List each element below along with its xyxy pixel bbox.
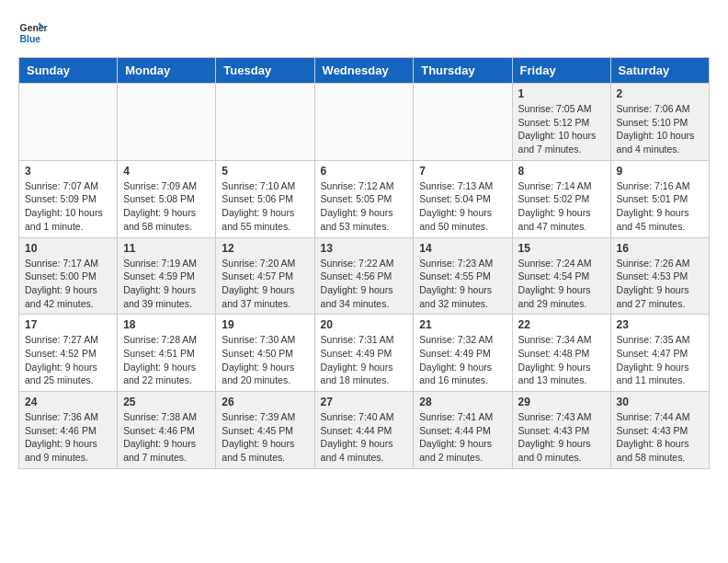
day-info: Sunrise: 7:19 AM Sunset: 4:59 PM Dayligh… [123,257,210,311]
calendar-cell: 5Sunrise: 7:10 AM Sunset: 5:06 PM Daylig… [216,160,314,237]
calendar-cell: 8Sunrise: 7:14 AM Sunset: 5:02 PM Daylig… [512,160,610,237]
day-info: Sunrise: 7:20 AM Sunset: 4:57 PM Dayligh… [222,257,308,311]
calendar-cell: 18Sunrise: 7:28 AM Sunset: 4:51 PM Dayli… [118,315,216,392]
calendar-week-row: 1Sunrise: 7:05 AM Sunset: 5:12 PM Daylig… [19,84,710,161]
calendar-cell: 16Sunrise: 7:26 AM Sunset: 4:53 PM Dayli… [610,237,709,315]
day-number: 23 [617,318,703,331]
calendar-cell: 4Sunrise: 7:09 AM Sunset: 5:08 PM Daylig… [118,160,216,237]
calendar-table: SundayMondayTuesdayWednesdayThursdayFrid… [18,57,710,469]
calendar-cell: 26Sunrise: 7:39 AM Sunset: 4:45 PM Dayli… [216,392,314,469]
day-number: 21 [419,318,506,331]
day-number: 18 [123,318,210,331]
day-number: 22 [518,318,605,331]
day-info: Sunrise: 7:06 AM Sunset: 5:10 PM Dayligh… [617,102,703,156]
day-number: 3 [25,165,111,178]
day-number: 19 [222,318,308,331]
weekday-header-saturday: Saturday [610,58,709,84]
day-number: 15 [518,242,605,255]
calendar-cell: 3Sunrise: 7:07 AM Sunset: 5:09 PM Daylig… [19,160,118,237]
day-number: 5 [222,165,308,178]
day-number: 4 [123,165,210,178]
day-info: Sunrise: 7:44 AM Sunset: 4:43 PM Dayligh… [617,410,703,465]
day-number: 1 [518,87,605,100]
calendar-cell: 23Sunrise: 7:35 AM Sunset: 4:47 PM Dayli… [610,315,709,392]
day-info: Sunrise: 7:16 AM Sunset: 5:01 PM Dayligh… [617,179,703,234]
day-number: 16 [617,242,703,255]
day-info: Sunrise: 7:26 AM Sunset: 4:53 PM Dayligh… [617,257,703,311]
weekday-header-monday: Monday [118,58,216,84]
day-number: 13 [321,242,408,255]
calendar-cell: 11Sunrise: 7:19 AM Sunset: 4:59 PM Dayli… [118,237,216,315]
calendar-cell: 28Sunrise: 7:41 AM Sunset: 4:44 PM Dayli… [414,392,512,469]
calendar-cell: 27Sunrise: 7:40 AM Sunset: 4:44 PM Dayli… [314,392,414,469]
weekday-header-row: SundayMondayTuesdayWednesdayThursdayFrid… [19,58,710,84]
day-info: Sunrise: 7:24 AM Sunset: 4:54 PM Dayligh… [518,257,605,311]
day-number: 12 [222,242,308,255]
svg-text:General: General [20,23,48,33]
day-info: Sunrise: 7:22 AM Sunset: 4:56 PM Dayligh… [321,257,408,311]
day-info: Sunrise: 7:32 AM Sunset: 4:49 PM Dayligh… [419,333,506,387]
day-info: Sunrise: 7:31 AM Sunset: 4:49 PM Dayligh… [321,333,408,387]
day-info: Sunrise: 7:40 AM Sunset: 4:44 PM Dayligh… [321,410,408,465]
calendar-week-row: 24Sunrise: 7:36 AM Sunset: 4:46 PM Dayli… [19,392,710,469]
day-number: 14 [419,242,506,255]
day-number: 20 [321,318,408,331]
calendar-cell [414,84,512,161]
day-info: Sunrise: 7:13 AM Sunset: 5:04 PM Dayligh… [419,179,506,234]
day-number: 17 [25,318,111,331]
day-number: 25 [123,396,210,408]
day-number: 8 [518,165,605,178]
logo: General Blue [18,18,48,48]
calendar-cell [118,84,216,161]
calendar-week-row: 10Sunrise: 7:17 AM Sunset: 5:00 PM Dayli… [19,237,710,315]
calendar-cell: 25Sunrise: 7:38 AM Sunset: 4:46 PM Dayli… [118,392,216,469]
day-info: Sunrise: 7:34 AM Sunset: 4:48 PM Dayligh… [518,333,605,387]
day-number: 9 [617,165,703,178]
day-info: Sunrise: 7:14 AM Sunset: 5:02 PM Dayligh… [518,179,605,234]
day-number: 28 [419,396,506,408]
calendar-cell: 24Sunrise: 7:36 AM Sunset: 4:46 PM Dayli… [19,392,118,469]
day-info: Sunrise: 7:43 AM Sunset: 4:43 PM Dayligh… [518,410,605,465]
day-info: Sunrise: 7:28 AM Sunset: 4:51 PM Dayligh… [123,333,210,387]
calendar-cell: 7Sunrise: 7:13 AM Sunset: 5:04 PM Daylig… [414,160,512,237]
day-number: 27 [321,396,408,408]
calendar-cell: 30Sunrise: 7:44 AM Sunset: 4:43 PM Dayli… [610,392,709,469]
weekday-header-tuesday: Tuesday [216,58,314,84]
day-info: Sunrise: 7:35 AM Sunset: 4:47 PM Dayligh… [617,333,703,387]
day-number: 6 [321,165,408,178]
day-info: Sunrise: 7:41 AM Sunset: 4:44 PM Dayligh… [419,410,506,465]
calendar-week-row: 3Sunrise: 7:07 AM Sunset: 5:09 PM Daylig… [19,160,710,237]
calendar-cell: 9Sunrise: 7:16 AM Sunset: 5:01 PM Daylig… [610,160,709,237]
calendar-week-row: 17Sunrise: 7:27 AM Sunset: 4:52 PM Dayli… [19,315,710,392]
calendar-cell [19,84,118,161]
day-info: Sunrise: 7:17 AM Sunset: 5:00 PM Dayligh… [25,257,111,311]
calendar-cell: 15Sunrise: 7:24 AM Sunset: 4:54 PM Dayli… [512,237,610,315]
calendar-cell: 6Sunrise: 7:12 AM Sunset: 5:05 PM Daylig… [314,160,414,237]
weekday-header-friday: Friday [512,58,610,84]
day-info: Sunrise: 7:23 AM Sunset: 4:55 PM Dayligh… [419,257,506,311]
weekday-header-sunday: Sunday [19,58,118,84]
day-info: Sunrise: 7:07 AM Sunset: 5:09 PM Dayligh… [25,179,111,234]
svg-text:Blue: Blue [20,34,41,44]
calendar-cell: 21Sunrise: 7:32 AM Sunset: 4:49 PM Dayli… [414,315,512,392]
day-number: 24 [25,396,111,408]
day-info: Sunrise: 7:09 AM Sunset: 5:08 PM Dayligh… [123,179,210,234]
logo-icon: General Blue [18,18,48,48]
day-number: 11 [123,242,210,255]
weekday-header-thursday: Thursday [414,58,512,84]
calendar-cell: 20Sunrise: 7:31 AM Sunset: 4:49 PM Dayli… [314,315,414,392]
day-number: 10 [25,242,111,255]
day-number: 2 [617,87,703,100]
calendar-cell: 22Sunrise: 7:34 AM Sunset: 4:48 PM Dayli… [512,315,610,392]
calendar-cell: 10Sunrise: 7:17 AM Sunset: 5:00 PM Dayli… [19,237,118,315]
calendar-cell [216,84,314,161]
day-info: Sunrise: 7:39 AM Sunset: 4:45 PM Dayligh… [222,410,308,465]
calendar-cell: 29Sunrise: 7:43 AM Sunset: 4:43 PM Dayli… [512,392,610,469]
day-number: 30 [617,396,703,408]
day-info: Sunrise: 7:10 AM Sunset: 5:06 PM Dayligh… [222,179,308,234]
calendar-cell: 2Sunrise: 7:06 AM Sunset: 5:10 PM Daylig… [610,84,709,161]
day-info: Sunrise: 7:05 AM Sunset: 5:12 PM Dayligh… [518,102,605,156]
calendar-cell: 17Sunrise: 7:27 AM Sunset: 4:52 PM Dayli… [19,315,118,392]
day-info: Sunrise: 7:30 AM Sunset: 4:50 PM Dayligh… [222,333,308,387]
day-number: 7 [419,165,506,178]
